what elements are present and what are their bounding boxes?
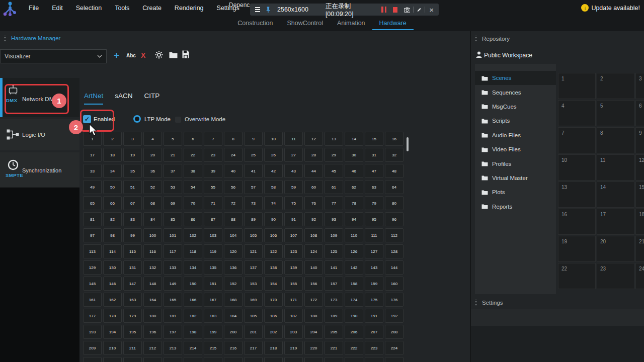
universe-cell[interactable]: 225 xyxy=(83,357,102,362)
universe-cell[interactable]: 76 xyxy=(304,196,323,210)
universe-cell[interactable]: 132 xyxy=(143,260,162,275)
universe-cell[interactable]: 10 xyxy=(264,132,283,146)
universe-cell[interactable]: 173 xyxy=(325,293,343,307)
universe-cell[interactable]: 110 xyxy=(345,228,363,242)
universe-cell[interactable]: 222 xyxy=(345,341,363,355)
universe-cell[interactable]: 117 xyxy=(164,244,182,258)
universe-cell[interactable]: 41 xyxy=(244,164,263,178)
universe-cell[interactable]: 9 xyxy=(244,132,263,146)
repository-slot[interactable]: 23 xyxy=(597,263,634,289)
repository-slot[interactable]: 22 xyxy=(558,263,596,289)
universe-cell[interactable]: 224 xyxy=(385,341,404,355)
universe-cell[interactable]: 203 xyxy=(284,325,303,339)
universe-cell[interactable]: 170 xyxy=(264,293,283,307)
universe-cell[interactable]: 125 xyxy=(325,244,343,258)
universe-cell[interactable]: 44 xyxy=(304,164,323,178)
universe-cell[interactable]: 8 xyxy=(224,132,243,146)
universe-cell[interactable]: 198 xyxy=(184,325,202,339)
universe-cell[interactable]: 93 xyxy=(325,212,343,226)
folder-item-video-files[interactable]: Video Files xyxy=(475,142,556,156)
close-icon[interactable]: × xyxy=(429,6,434,14)
universe-cell[interactable]: 111 xyxy=(365,228,383,242)
universe-cell[interactable]: 55 xyxy=(204,180,222,194)
universe-cell[interactable]: 196 xyxy=(143,325,162,339)
universe-cell[interactable]: 214 xyxy=(184,341,202,355)
universe-cell[interactable]: 179 xyxy=(123,309,142,323)
universe-cell[interactable]: 208 xyxy=(385,325,404,339)
universe-cell[interactable]: 109 xyxy=(325,228,343,242)
universe-cell[interactable]: 58 xyxy=(264,180,283,194)
repository-slot[interactable]: 11 xyxy=(597,154,634,180)
universe-cell[interactable]: 14 xyxy=(345,132,363,146)
universe-cell[interactable]: 209 xyxy=(83,341,102,355)
universe-cell[interactable]: 56 xyxy=(224,180,243,194)
universe-cell[interactable]: 98 xyxy=(103,228,122,242)
universe-cell[interactable]: 108 xyxy=(304,228,323,242)
universe-cell[interactable]: 200 xyxy=(224,325,243,339)
universe-cell[interactable]: 219 xyxy=(284,341,303,355)
universe-cell[interactable]: 154 xyxy=(264,277,283,291)
universe-cell[interactable]: 149 xyxy=(164,277,182,291)
universe-cell[interactable]: 38 xyxy=(184,164,202,178)
universe-cell[interactable]: 107 xyxy=(284,228,303,242)
universe-cell[interactable]: 228 xyxy=(143,357,162,362)
universe-cell[interactable]: 178 xyxy=(103,309,122,323)
universe-cell[interactable]: 181 xyxy=(164,309,182,323)
universe-cell[interactable]: 79 xyxy=(365,196,383,210)
universe-cell[interactable]: 83 xyxy=(123,212,142,226)
universe-cell[interactable]: 28 xyxy=(304,148,323,162)
universe-cell[interactable]: 87 xyxy=(204,212,222,226)
universe-cell[interactable]: 2 xyxy=(103,132,122,146)
repository-slot[interactable]: 17 xyxy=(597,209,634,235)
folder-item-scripts[interactable]: Scripts xyxy=(475,114,556,128)
universe-cell[interactable]: 101 xyxy=(164,228,182,242)
universe-cell[interactable]: 148 xyxy=(143,277,162,291)
universe-cell[interactable]: 138 xyxy=(264,260,283,275)
universe-cell[interactable]: 175 xyxy=(365,293,383,307)
menu-item-create[interactable]: Create xyxy=(136,5,168,12)
universe-cell[interactable]: 232 xyxy=(224,357,243,362)
universe-cell[interactable]: 64 xyxy=(385,180,404,194)
universe-cell[interactable]: 151 xyxy=(204,277,222,291)
universe-cell[interactable]: 61 xyxy=(325,180,343,194)
tab-animation[interactable]: Animation xyxy=(330,17,372,30)
universe-cell[interactable]: 190 xyxy=(345,309,363,323)
universe-cell[interactable]: 139 xyxy=(284,260,303,275)
universe-cell[interactable]: 104 xyxy=(224,228,243,242)
universe-cell[interactable]: 226 xyxy=(103,357,122,362)
universe-cell[interactable]: 185 xyxy=(244,309,263,323)
universe-cell[interactable]: 128 xyxy=(385,244,404,258)
universe-cell[interactable]: 36 xyxy=(143,164,162,178)
universe-cell[interactable]: 99 xyxy=(123,228,142,242)
universe-cell[interactable]: 81 xyxy=(83,212,102,226)
universe-cell[interactable]: 127 xyxy=(365,244,383,258)
universe-cell[interactable]: 105 xyxy=(244,228,263,242)
repository-slot[interactable]: 18 xyxy=(635,209,644,235)
universe-cell[interactable]: 15 xyxy=(365,132,383,146)
universe-cell[interactable]: 46 xyxy=(345,164,363,178)
universe-cell[interactable]: 234 xyxy=(264,357,283,362)
repository-slot[interactable]: 24 xyxy=(635,263,644,289)
universe-cell[interactable]: 19 xyxy=(123,148,142,162)
vertical-scrollbar[interactable] xyxy=(407,137,409,151)
universe-cell[interactable]: 236 xyxy=(304,357,323,362)
universe-cell[interactable]: 119 xyxy=(204,244,222,258)
universe-cell[interactable]: 112 xyxy=(385,228,404,242)
repository-slot[interactable]: 6 xyxy=(635,100,644,126)
universe-cell[interactable]: 77 xyxy=(325,196,343,210)
tab-hardware[interactable]: Hardware xyxy=(372,17,414,30)
universe-cell[interactable]: 176 xyxy=(385,293,404,307)
repository-slot[interactable]: 5 xyxy=(597,100,634,126)
universe-cell[interactable]: 172 xyxy=(304,293,323,307)
universe-cell[interactable]: 13 xyxy=(325,132,343,146)
universe-cell[interactable]: 18 xyxy=(103,148,122,162)
universe-cell[interactable]: 3 xyxy=(123,132,142,146)
universe-cell[interactable]: 122 xyxy=(264,244,283,258)
universe-cell[interactable]: 212 xyxy=(143,341,162,355)
delete-button[interactable]: X xyxy=(141,51,145,59)
universe-cell[interactable]: 143 xyxy=(365,260,383,275)
universe-cell[interactable]: 43 xyxy=(284,164,303,178)
universe-cell[interactable]: 72 xyxy=(224,196,243,210)
universe-cell[interactable]: 89 xyxy=(244,212,263,226)
repository-slot[interactable]: 12 xyxy=(635,154,644,180)
